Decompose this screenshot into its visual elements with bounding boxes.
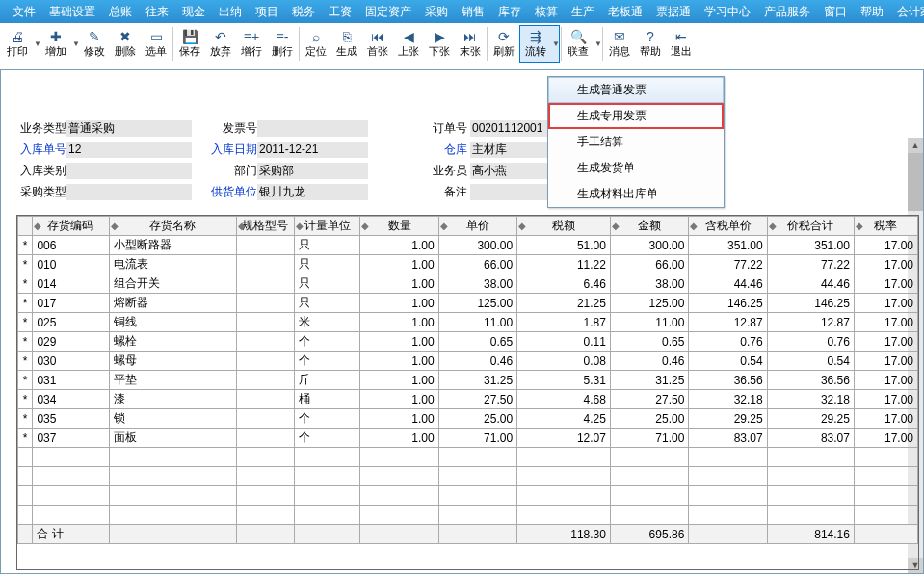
cell-amt[interactable]: 66.00: [610, 255, 688, 274]
menu-采购[interactable]: 采购: [418, 4, 455, 20]
chevron-down-icon[interactable]: ▼: [594, 39, 601, 48]
cell-empty[interactable]: [854, 486, 917, 506]
col-header[interactable]: ◆税率: [854, 217, 917, 236]
cell-m[interactable]: *: [18, 294, 33, 313]
cell-amt[interactable]: 38.00: [610, 274, 688, 294]
cell-tax[interactable]: 12.07: [517, 429, 611, 448]
cell-amt[interactable]: 0.65: [610, 332, 688, 352]
cell-code[interactable]: 034: [33, 390, 109, 409]
dropdown-生成发货单[interactable]: 生成发货单: [548, 155, 724, 181]
toolbar-联查[interactable]: 🔍联查: [563, 27, 594, 61]
cell-empty[interactable]: [517, 467, 611, 486]
cell-tax[interactable]: 4.25: [517, 409, 611, 429]
menu-现金[interactable]: 现金: [175, 4, 212, 20]
cell-tax[interactable]: 6.46: [517, 274, 611, 294]
chevron-down-icon[interactable]: ▼: [33, 39, 40, 48]
supplier-field[interactable]: 银川九龙: [257, 184, 368, 200]
cell-price[interactable]: 38.00: [438, 274, 516, 294]
sort-handle-icon[interactable]: ◆: [769, 221, 777, 231]
cell-empty[interactable]: [517, 448, 611, 467]
table-row[interactable]: *025铜线米1.0011.001.8711.0012.8712.8717.00: [18, 313, 918, 332]
menu-库存[interactable]: 库存: [491, 4, 528, 20]
cell-empty[interactable]: [517, 486, 611, 506]
menu-工资[interactable]: 工资: [322, 4, 358, 20]
scroll-up-icon[interactable]: ▲: [908, 138, 923, 153]
cell-amt[interactable]: 11.00: [610, 313, 688, 332]
cell-empty[interactable]: [689, 448, 767, 467]
table-row[interactable]: *010电流表只1.0066.0011.2266.0077.2277.2217.…: [18, 255, 918, 274]
cell-amt[interactable]: 25.00: [610, 409, 688, 429]
cell-code[interactable]: 025: [33, 313, 109, 332]
cell-name[interactable]: 平垫: [109, 371, 236, 390]
toolbar-选单[interactable]: ▭选单: [141, 27, 172, 61]
cell-tp[interactable]: 146.25: [689, 294, 767, 313]
cell-empty[interactable]: [18, 486, 33, 506]
cell-name[interactable]: 漆: [109, 390, 236, 409]
dropdown-生成普通发票[interactable]: 生成普通发票: [548, 77, 724, 103]
cell-m[interactable]: *: [18, 236, 33, 255]
cell-qty[interactable]: 1.00: [360, 352, 438, 371]
cell-tp[interactable]: 83.07: [689, 429, 767, 448]
cell-tax[interactable]: 5.31: [517, 371, 611, 390]
toolbar-流转[interactable]: ⇶流转: [520, 27, 551, 61]
dept-field[interactable]: 采购部: [257, 163, 368, 179]
cell-name[interactable]: 螺母: [109, 352, 236, 371]
cell-empty[interactable]: [109, 506, 236, 525]
table-row[interactable]: *017熔断器只1.00125.0021.25125.00146.25146.2…: [18, 294, 918, 313]
cell-code[interactable]: 037: [33, 429, 109, 448]
cell-price[interactable]: 71.00: [438, 429, 516, 448]
cell-tp[interactable]: 29.25: [689, 409, 767, 429]
cell-rate[interactable]: 17.00: [854, 255, 917, 274]
menu-老板通[interactable]: 老板通: [601, 4, 649, 20]
cell-rate[interactable]: 17.00: [854, 313, 917, 332]
table-row[interactable]: *030螺母个1.000.460.080.460.540.5417.00: [18, 352, 918, 371]
cell-tot[interactable]: 12.87: [767, 313, 854, 332]
cell-unit[interactable]: 只: [295, 255, 360, 274]
cell-rate[interactable]: 17.00: [854, 409, 917, 429]
cell-empty[interactable]: [767, 467, 854, 486]
toolbar-上张[interactable]: ◀上张: [393, 27, 424, 61]
cell-empty[interactable]: [109, 486, 236, 506]
cell-tp[interactable]: 44.46: [689, 274, 767, 294]
cell-empty[interactable]: [689, 467, 767, 486]
cell-price[interactable]: 27.50: [438, 390, 516, 409]
table-row[interactable]: *037面板个1.0071.0012.0771.0083.0783.0717.0…: [18, 429, 918, 448]
cell-unit[interactable]: 个: [295, 429, 360, 448]
sort-handle-icon[interactable]: ◆: [111, 221, 119, 231]
sort-handle-icon[interactable]: ◆: [518, 221, 526, 231]
cell-price[interactable]: 11.00: [438, 313, 516, 332]
cell-empty[interactable]: [767, 486, 854, 506]
toolbar-生成[interactable]: ⎘生成: [331, 27, 362, 61]
col-header[interactable]: ◆含税单价: [689, 217, 767, 236]
cell-empty[interactable]: [33, 467, 109, 486]
col-header[interactable]: ◆数量: [360, 217, 438, 236]
cell-tax[interactable]: 0.11: [517, 332, 611, 352]
cell-qty[interactable]: 1.00: [360, 294, 438, 313]
cell-unit[interactable]: 桶: [295, 390, 360, 409]
table-row[interactable]: *035锁个1.0025.004.2525.0029.2529.2517.00: [18, 409, 918, 429]
cell-m[interactable]: *: [18, 429, 33, 448]
in-no-field[interactable]: 12: [66, 142, 192, 158]
cell-price[interactable]: 125.00: [438, 294, 516, 313]
cell-spec[interactable]: [236, 352, 295, 371]
toolbar-打印[interactable]: 🖨打印: [2, 27, 33, 61]
menu-往来[interactable]: 往来: [139, 4, 175, 20]
menu-核算[interactable]: 核算: [528, 4, 565, 20]
cell-tp[interactable]: 77.22: [689, 255, 767, 274]
cell-empty[interactable]: [438, 506, 516, 525]
cell-empty[interactable]: [360, 448, 438, 467]
sort-handle-icon[interactable]: ◆: [690, 221, 698, 231]
col-header[interactable]: ◆单价: [438, 217, 516, 236]
cell-empty[interactable]: [295, 467, 360, 486]
cell-rate[interactable]: 17.00: [854, 294, 917, 313]
chevron-down-icon[interactable]: ▼: [71, 39, 79, 48]
cell-empty[interactable]: [295, 506, 360, 525]
cell-tot[interactable]: 146.25: [767, 294, 854, 313]
menu-产品服务[interactable]: 产品服务: [757, 4, 817, 20]
sort-handle-icon[interactable]: ◆: [34, 221, 41, 231]
cell-rate[interactable]: 17.00: [854, 371, 917, 390]
col-header[interactable]: ◆税额: [517, 217, 611, 236]
cell-empty[interactable]: [689, 486, 767, 506]
cell-empty[interactable]: [295, 486, 360, 506]
cell-tax[interactable]: 4.68: [517, 390, 611, 409]
